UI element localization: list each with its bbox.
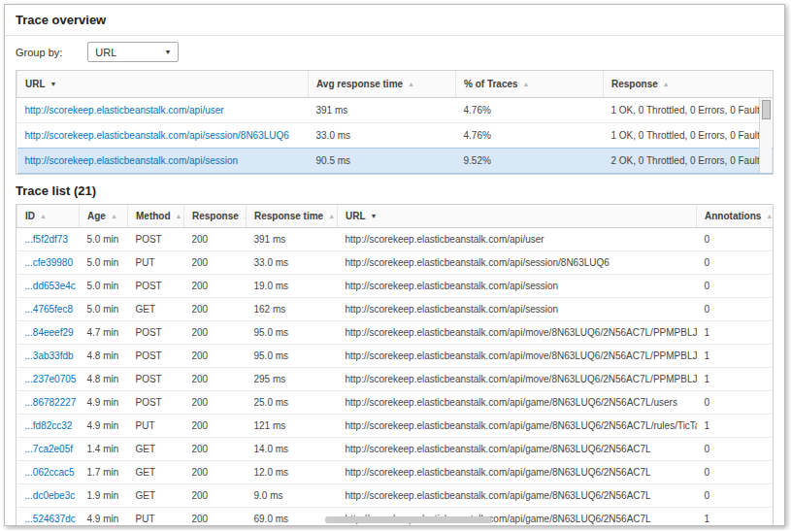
column-header[interactable]: Method▲ [128, 205, 184, 228]
trace-id-link[interactable]: ...f5f2df73 [25, 234, 68, 245]
overview-row[interactable]: http://scorekeep.elasticbeanstalk.com/ap… [17, 123, 774, 149]
trace-response-code-cell: 200 [184, 228, 247, 251]
column-header[interactable]: URL▼ [338, 205, 697, 228]
horizontal-scrollbar-thumb[interactable] [325, 516, 492, 523]
trace-id-link[interactable]: ...fd82cc32 [25, 420, 73, 431]
trace-response-code-cell: 200 [184, 275, 247, 298]
column-header[interactable]: ID▲ [17, 205, 80, 228]
trace-id-link[interactable]: ...dd653e4c [25, 281, 76, 291]
trace-response-code-cell: 200 [184, 438, 247, 461]
trace-row[interactable]: ...f5f2df73 5.0 min POST 200 391 ms http… [17, 228, 774, 251]
trace-annotations-cell: 1 [697, 345, 774, 368]
trace-row[interactable]: ...dc0ebe3c 1.9 min GET 200 9.0 ms http:… [17, 484, 774, 508]
avg-response-time-cell: 90.5 ms [309, 149, 456, 174]
trace-row[interactable]: ...3ab33fdb 4.8 min POST 200 95.0 ms htt… [17, 345, 774, 368]
column-label: Response [192, 211, 239, 221]
trace-age-cell: 4.9 min [80, 415, 128, 438]
trace-method-cell: GET [128, 438, 184, 461]
trace-annotations-cell: 0 [697, 228, 774, 251]
trace-id-link[interactable]: ...7ca2e05f [25, 444, 73, 454]
sort-icon: ▲ [111, 213, 117, 219]
column-label: URL [346, 211, 366, 221]
trace-method-cell: POST [128, 345, 184, 368]
trace-response-time-cell: 295 ms [247, 368, 338, 391]
url-cell: http://scorekeep.elasticbeanstalk.com/ap… [17, 149, 309, 174]
trace-url-cell: http://scorekeep.elasticbeanstalk.com/ap… [338, 228, 697, 251]
url-link[interactable]: http://scorekeep.elasticbeanstalk.com/ap… [25, 130, 289, 141]
trace-method-cell: PUT [128, 415, 184, 438]
url-link[interactable]: http://scorekeep.elasticbeanstalk.com/ap… [25, 155, 239, 166]
trace-url-cell: http://scorekeep.elasticbeanstalk.com/ap… [338, 321, 697, 345]
overview-row[interactable]: http://scorekeep.elasticbeanstalk.com/ap… [17, 149, 774, 174]
trace-age-cell: 5.0 min [80, 228, 128, 251]
trace-row[interactable]: ...84eeef29 4.7 min POST 200 95.0 ms htt… [17, 321, 774, 345]
column-header[interactable]: Response▲ [184, 205, 247, 228]
pct-of-traces-cell: 9.52% [456, 149, 604, 174]
overview-row[interactable]: http://scorekeep.elasticbeanstalk.com/ap… [17, 98, 774, 123]
trace-id-link[interactable]: ...dc0ebe3c [25, 490, 76, 501]
trace-id-link[interactable]: ...524637dc [25, 514, 76, 524]
trace-url-cell: http://scorekeep.elasticbeanstalk.com/ap… [338, 391, 697, 415]
column-label: Response time [254, 211, 323, 221]
trace-url-cell: http://scorekeep.elasticbeanstalk.com/ap… [338, 438, 697, 461]
group-by-select[interactable]: URL ▼ [87, 42, 179, 62]
column-header[interactable]: Response▲ [604, 71, 774, 98]
trace-response-code-cell: 200 [184, 415, 247, 438]
sort-icon: ▲ [523, 81, 530, 87]
column-header[interactable]: URL▼ [17, 71, 309, 98]
trace-method-cell: POST [128, 368, 184, 391]
trace-response-time-cell: 14.0 ms [247, 438, 338, 461]
column-header[interactable]: % of Traces▲ [456, 71, 604, 98]
trace-method-cell: POST [128, 228, 184, 251]
trace-response-code-cell: 200 [184, 484, 247, 508]
column-header[interactable]: Annotations▲ [697, 205, 774, 228]
avg-response-time-cell: 391 ms [309, 98, 456, 123]
trace-url-cell: http://scorekeep.elasticbeanstalk.com/ap… [338, 298, 697, 321]
response-summary-cell: 1 OK, 0 Throttled, 0 Errors, 0 Faults [604, 98, 774, 123]
vertical-scrollbar[interactable] [759, 98, 772, 173]
trace-annotations-cell: 0 [697, 438, 774, 461]
trace-row[interactable]: ...dd653e4c 5.0 min POST 200 19.0 ms htt… [17, 275, 774, 298]
column-header[interactable]: Age▲ [80, 205, 128, 228]
group-by-selected-value: URL [95, 47, 116, 58]
trace-response-time-cell: 95.0 ms [247, 321, 338, 345]
column-label: Response [611, 79, 658, 89]
trace-row[interactable]: ...86782227 4.9 min POST 200 25.0 ms htt… [17, 391, 774, 415]
trace-age-cell: 4.7 min [80, 321, 128, 345]
group-by-row: Group by: URL ▼ [16, 36, 774, 70]
column-header[interactable]: Response time▲ [247, 205, 338, 228]
trace-id-link[interactable]: ...4765fec8 [25, 304, 73, 315]
trace-id-link[interactable]: ...86782227 [25, 397, 77, 408]
trace-response-time-cell: 33.0 ms [247, 251, 338, 275]
trace-id-cell: ...524637dc [17, 508, 80, 527]
url-link[interactable]: http://scorekeep.elasticbeanstalk.com/ap… [25, 105, 224, 116]
overview-header-row: URL▼ Avg response time▲ % of Traces▲ Res… [17, 71, 774, 98]
trace-row[interactable]: ...237e0705 4.8 min POST 200 295 ms http… [17, 368, 774, 391]
trace-response-time-cell: 12.0 ms [247, 461, 338, 484]
trace-row[interactable]: ...cfe39980 5.0 min PUT 200 33.0 ms http… [17, 251, 774, 275]
trace-id-link[interactable]: ...062ccac5 [25, 467, 75, 478]
column-label: Method [136, 211, 171, 221]
trace-response-time-cell: 25.0 ms [247, 391, 338, 415]
trace-row[interactable]: ...7ca2e05f 1.4 min GET 200 14.0 ms http… [17, 438, 774, 461]
trace-age-cell: 4.9 min [80, 508, 128, 527]
sort-icon: ▼ [50, 81, 57, 87]
trace-row[interactable]: ...4765fec8 5.0 min GET 200 162 ms http:… [17, 298, 774, 321]
trace-age-cell: 5.0 min [80, 275, 128, 298]
trace-response-time-cell: 9.0 ms [247, 484, 338, 508]
trace-age-cell: 1.7 min [80, 461, 128, 484]
trace-id-link[interactable]: ...cfe39980 [25, 257, 73, 268]
trace-response-time-cell: 69.0 ms [247, 508, 338, 527]
trace-id-cell: ...062ccac5 [17, 461, 80, 484]
trace-age-cell: 4.8 min [80, 368, 128, 391]
column-header[interactable]: Avg response time▲ [309, 71, 456, 98]
trace-row[interactable]: ...062ccac5 1.7 min GET 200 12.0 ms http… [17, 461, 774, 484]
trace-row[interactable]: ...fd82cc32 4.9 min PUT 200 121 ms http:… [17, 415, 774, 438]
trace-id-link[interactable]: ...84eeef29 [25, 327, 74, 338]
trace-id-link[interactable]: ...237e0705 [25, 374, 77, 384]
trace-method-cell: GET [128, 484, 184, 508]
scrollbar-thumb[interactable] [762, 100, 771, 119]
trace-id-link[interactable]: ...3ab33fdb [25, 350, 74, 361]
trace-overview-table: URL▼ Avg response time▲ % of Traces▲ Res… [16, 70, 774, 175]
trace-response-time-cell: 391 ms [247, 228, 338, 251]
